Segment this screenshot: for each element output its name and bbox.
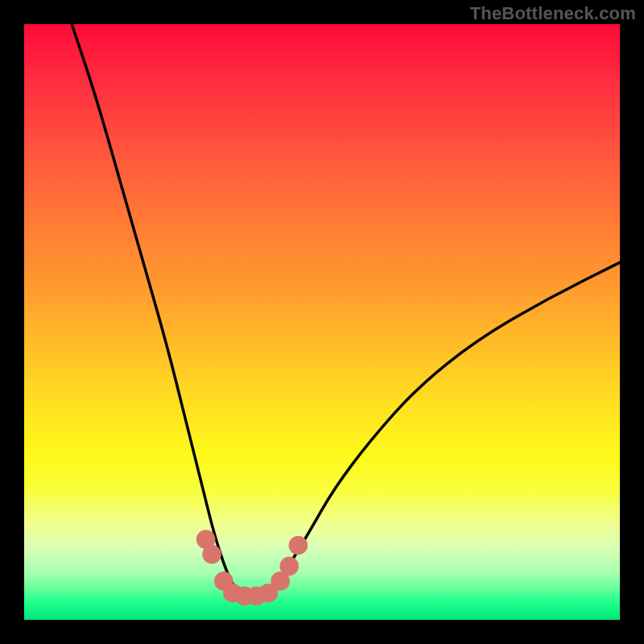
curve-marker-dot — [270, 572, 290, 591]
curve-marker-dot — [235, 587, 254, 606]
chart-svg — [24, 24, 620, 620]
watermark-text: TheBottleneck.com — [470, 3, 636, 24]
curve-marker-dot — [280, 557, 299, 576]
curve-marker-dot — [289, 536, 308, 555]
curve-marker-dot — [202, 545, 221, 564]
curve-marker-dot — [247, 587, 266, 606]
chart-frame: TheBottleneck.com — [0, 0, 644, 644]
plot-area — [24, 24, 620, 620]
curve-markers — [196, 530, 308, 605]
curve-marker-dot — [214, 572, 233, 591]
curve-marker-dot — [259, 584, 279, 603]
curve-marker-dot — [223, 584, 242, 603]
curve-marker-dot — [196, 530, 216, 549]
bottleneck-curve-line — [72, 24, 620, 596]
